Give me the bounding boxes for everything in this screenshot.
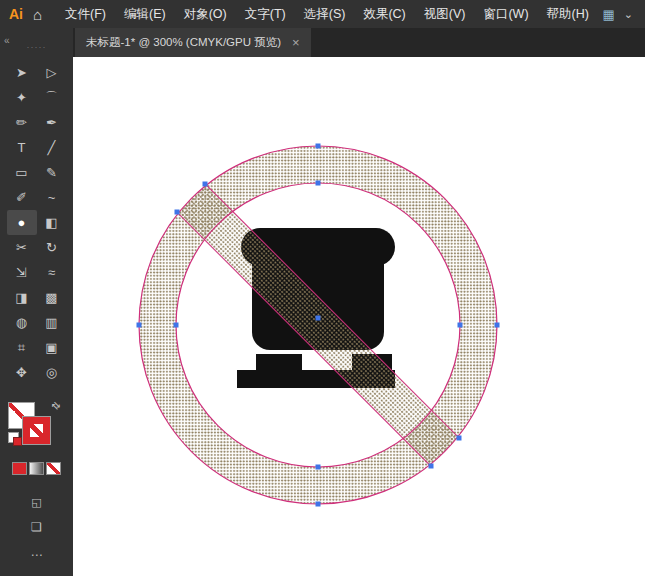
eraser-tool[interactable]: ◧ <box>37 210 67 235</box>
pencil-tool[interactable]: ✐ <box>7 185 37 210</box>
hand-tool[interactable]: ✥ <box>7 360 37 385</box>
menu-type[interactable]: 文字(T) <box>236 0 295 28</box>
width-tool[interactable]: ≈ <box>37 260 67 285</box>
anchor-center-point[interactable] <box>316 316 321 321</box>
lasso-tool[interactable]: ⌒ <box>37 85 67 110</box>
slice-tool[interactable]: ⌗ <box>7 335 37 360</box>
menu-select[interactable]: 选择(S) <box>295 0 355 28</box>
rectangle-tool[interactable]: ▭ <box>7 160 37 185</box>
shaper-tool[interactable]: ~ <box>37 185 67 210</box>
artboard-canvas[interactable] <box>73 57 645 576</box>
graph-tool[interactable]: ▥ <box>37 310 67 335</box>
scissors-tool[interactable]: ✂ <box>7 235 37 260</box>
brush-tool[interactable]: ✏ <box>7 110 37 135</box>
artboard-tool[interactable]: ▣ <box>37 335 67 360</box>
anchor-point[interactable] <box>316 502 321 507</box>
menu-edit[interactable]: 编辑(E) <box>115 0 175 28</box>
panel-grip[interactable]: ····· <box>0 44 73 50</box>
blob-brush-tool[interactable]: ● <box>7 210 37 235</box>
anchor-point[interactable] <box>174 323 179 328</box>
gradient-tool[interactable]: ▩ <box>37 285 67 310</box>
color-button[interactable] <box>12 462 27 475</box>
draw-mode-icon[interactable]: ◱ <box>0 496 73 509</box>
anchor-point[interactable] <box>316 465 321 470</box>
illustrator-window: Ai ⌂ 文件(F) 编辑(E) 对象(O) 文字(T) 选择(S) 效果(C)… <box>0 0 645 576</box>
home-icon[interactable]: ⌂ <box>31 6 56 23</box>
gradient-button[interactable] <box>29 462 44 475</box>
document-tab-title: 未标题-1* @ 300% (CMYK/GPU 预览) <box>86 35 281 50</box>
anchor-point[interactable] <box>457 436 462 441</box>
none-button[interactable] <box>46 462 61 475</box>
anchor-point[interactable] <box>316 144 321 149</box>
anchor-point[interactable] <box>316 181 321 186</box>
line-segment-tool[interactable]: ╱ <box>37 135 67 160</box>
pen-tool[interactable]: ✒ <box>37 110 67 135</box>
anchor-point[interactable] <box>175 210 180 215</box>
eyedropper-tool[interactable]: ◍ <box>7 310 37 335</box>
swap-colors-icon[interactable]: ⇄ <box>49 399 63 413</box>
menu-view[interactable]: 视图(V) <box>415 0 475 28</box>
anchor-point[interactable] <box>203 182 208 187</box>
menu-effect[interactable]: 效果(C) <box>354 0 414 28</box>
selection-tool[interactable]: ➤ <box>7 60 37 85</box>
tool-grid: ➤ ▷ ✦ ⌒ ✏ ✒ T ╱ ▭ ✎ ✐ ~ ● ◧ ✂ ↻ ⇲ ≈ ◨ ▩ … <box>0 60 73 385</box>
anchor-point[interactable] <box>495 323 500 328</box>
tab-close-icon[interactable]: × <box>292 36 300 49</box>
stroke-color-swatch[interactable] <box>23 417 50 444</box>
artwork-svg <box>73 57 645 576</box>
rotate-tool[interactable]: ↻ <box>37 235 67 260</box>
menubar: Ai ⌂ 文件(F) 编辑(E) 对象(O) 文字(T) 选择(S) 效果(C)… <box>0 0 645 28</box>
color-widget: ⇄ <box>8 400 66 454</box>
document-tabstrip: 未标题-1* @ 300% (CMYK/GPU 预览) × <box>73 28 645 57</box>
scale-tool[interactable]: ⇲ <box>7 260 37 285</box>
chevron-down-icon[interactable]: ⌄ <box>624 8 633 21</box>
anchor-point[interactable] <box>137 323 142 328</box>
menu-window[interactable]: 窗口(W) <box>474 0 537 28</box>
tools-panel: « ····· ➤ ▷ ✦ ⌒ ✏ ✒ T ╱ ▭ ✎ ✐ ~ ● ◧ ✂ ↻ … <box>0 28 73 576</box>
default-colors-icon[interactable] <box>8 432 19 443</box>
app-logo[interactable]: Ai <box>0 6 31 22</box>
paintbrush-tool[interactable]: ✎ <box>37 160 67 185</box>
anchor-point[interactable] <box>429 464 434 469</box>
type-tool[interactable]: T <box>7 135 37 160</box>
magic-wand-tool[interactable]: ✦ <box>7 85 37 110</box>
menu-file[interactable]: 文件(F) <box>56 0 115 28</box>
screen-mode-icon[interactable]: ❏ <box>0 520 73 534</box>
stamp-step-left[interactable] <box>256 354 302 370</box>
workspace-switcher-icon[interactable]: ▦ <box>602 7 614 22</box>
direct-selection-tool[interactable]: ▷ <box>37 60 67 85</box>
document-tab[interactable]: 未标题-1* @ 300% (CMYK/GPU 预览) × <box>75 28 311 57</box>
anchor-point[interactable] <box>458 323 463 328</box>
menu-help[interactable]: 帮助(H) <box>538 0 598 28</box>
edit-toolbar-icon[interactable]: ⋯ <box>0 548 73 562</box>
zoom-tool[interactable]: ◎ <box>37 360 67 385</box>
menu-object[interactable]: 对象(O) <box>175 0 236 28</box>
shape-builder-tool[interactable]: ◨ <box>7 285 37 310</box>
paint-style-row <box>0 462 73 475</box>
